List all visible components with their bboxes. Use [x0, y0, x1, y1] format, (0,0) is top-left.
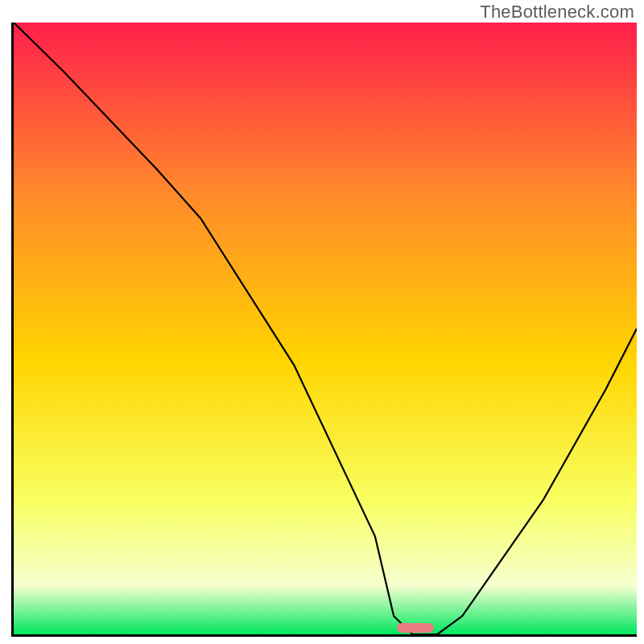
optimum-marker: [397, 623, 434, 633]
chart-root: TheBottleneck.com: [0, 0, 644, 644]
watermark-text: TheBottleneck.com: [480, 2, 634, 23]
curve: [14, 23, 637, 634]
plot-area: [11, 23, 637, 637]
